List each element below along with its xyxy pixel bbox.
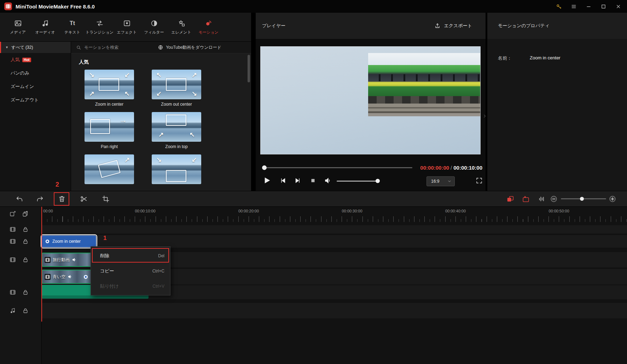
film-icon[interactable] [10,257,16,263]
gallery-scrollbar[interactable] [248,55,250,189]
seek-handle[interactable] [262,165,267,170]
skip-to-end-button[interactable] [294,177,301,184]
skip-to-start-button[interactable] [279,177,286,184]
lock-icon[interactable] [22,238,29,245]
close-button[interactable] [611,0,626,13]
lock-icon[interactable] [22,226,29,233]
motion-badge-icon [83,274,88,280]
maximize-button[interactable] [596,0,611,13]
volume-icon[interactable] [324,177,332,184]
video-preview [260,46,481,154]
playhead[interactable] [41,207,42,322]
add-overlay-track-icon[interactable] [22,211,29,217]
motion-frame [90,119,110,134]
menu-button[interactable] [566,0,581,13]
media-tabs: メディアオーディオTtテキストトランジションエフェクトフィルターエレメントモーシ… [0,13,251,42]
motion-arrow-icon: ↙ [191,157,197,163]
ruler-timestamp: 00:00:50:00 [548,209,569,213]
motion-item[interactable]: ↗↖Zoom in top [152,112,201,149]
motion-frame [166,78,186,91]
add-track-icon[interactable] [10,211,16,217]
search-box[interactable]: モーションを検索 [76,45,118,51]
lock-icon[interactable] [22,257,29,263]
zoom-out-button[interactable] [550,195,557,202]
sidebar-item-label: ズームアウト [11,97,39,103]
timeline-zoom-handle[interactable] [580,197,584,201]
film-icon[interactable] [10,238,16,245]
tab-motion[interactable]: モーション [195,13,222,41]
motion-thumbnail[interactable]: ↖↗↙↘ [152,70,201,99]
motion-thumbnail[interactable]: ↗ [85,154,134,184]
globe-icon [158,45,163,50]
scrollbar-thumb[interactable] [248,55,250,82]
undo-button[interactable] [16,195,23,203]
tab-text[interactable]: Ttテキスト [59,13,86,41]
sidebar-item[interactable]: パンのみ [0,66,71,80]
lock-icon[interactable] [22,289,29,295]
volume-slider-handle[interactable] [376,179,380,183]
motion-thumbnail[interactable]: ↘↙ [152,154,201,184]
sidebar-item[interactable]: ズームイン [0,80,71,93]
motion-item[interactable]: ↖↗↙↘Zoom out center [152,70,201,107]
export-label: エクスポート [444,23,472,29]
effects-mode-icon[interactable] [522,195,530,203]
fullscreen-button[interactable] [475,177,483,184]
split-button[interactable] [80,195,88,203]
video-clip-1[interactable]: 旅行動画 [42,253,93,267]
youtube-download-link[interactable]: YouTube動画をダウンロード [158,45,221,51]
motion-arrow-icon: ↘ [191,90,197,97]
tab-audio[interactable]: オーディオ [31,13,59,41]
aspect-ratio-select[interactable]: 16:9 [426,176,455,186]
tab-label: エフェクト [117,30,137,35]
crop-button[interactable] [102,195,110,203]
export-button[interactable]: エクスポート [434,23,472,29]
tab-media[interactable]: メディア [4,13,31,41]
timeline-track[interactable] [42,225,627,234]
collapse-panel-button[interactable] [482,107,487,124]
redo-button[interactable] [36,195,44,203]
video-clip-2[interactable]: 青い空 [42,270,91,284]
film-icon[interactable] [10,289,16,295]
motion-clip[interactable]: Zoom in center [42,235,96,247]
motion-thumbnail[interactable]: ↗↖ [152,112,201,142]
sidebar-item[interactable]: 人気Hot [0,53,71,66]
motion-item[interactable]: ↘↙ [152,154,201,191]
timeline-track[interactable] [42,303,627,319]
audio-meter-icon[interactable] [538,195,545,202]
volume-slider-track[interactable] [337,181,378,182]
tab-transition[interactable]: トランジション [86,13,113,41]
tab-element[interactable]: エレメント [168,13,195,41]
tab-filter[interactable]: フィルター [140,13,168,41]
sidebar-item-label: すべて (32) [11,45,33,51]
seek-track[interactable] [266,167,412,168]
film-icon[interactable] [10,226,16,233]
minimize-button[interactable] [581,0,596,13]
overlay-mode-icon[interactable] [506,195,514,203]
tab-effect[interactable]: エフェクト [113,13,140,41]
menu-item-label: 貼り付け [100,283,119,289]
play-button[interactable] [262,176,271,185]
motion-item[interactable]: →Pan right [85,112,134,149]
context-menu-item[interactable]: コピーCtrl+C [91,263,170,278]
lock-icon[interactable] [22,307,29,314]
filter-icon [150,19,158,27]
stop-button[interactable] [310,177,316,184]
motion-item[interactable]: ↘↙↗↖Zoom in center [85,70,134,107]
motion-thumbnail[interactable]: → [85,112,134,142]
delete-button[interactable] [58,195,66,203]
motion-thumbnail[interactable]: ↘↙↗↖ [85,70,134,99]
sidebar-item[interactable]: ▼すべて (32) [0,42,71,53]
current-time: 00:00:00:00 [420,165,449,171]
zoom-in-button[interactable] [609,195,616,202]
context-menu-item[interactable]: 削除Del [91,248,170,263]
context-menu: 削除DelコピーCtrl+C貼り付けCtrl+V [91,246,170,295]
sidebar-item[interactable]: ズームアウト [0,93,71,107]
register-key-button[interactable] [551,0,566,13]
music-track-icon[interactable] [10,307,16,314]
close-icon [615,4,621,10]
motion-frame [166,115,186,126]
motion-item[interactable]: ↗ [85,154,134,191]
motion-arrow-icon: ↗ [158,131,164,138]
ruler-timestamp: 00:00:30:00 [342,209,362,213]
motion-item-label [152,187,201,191]
